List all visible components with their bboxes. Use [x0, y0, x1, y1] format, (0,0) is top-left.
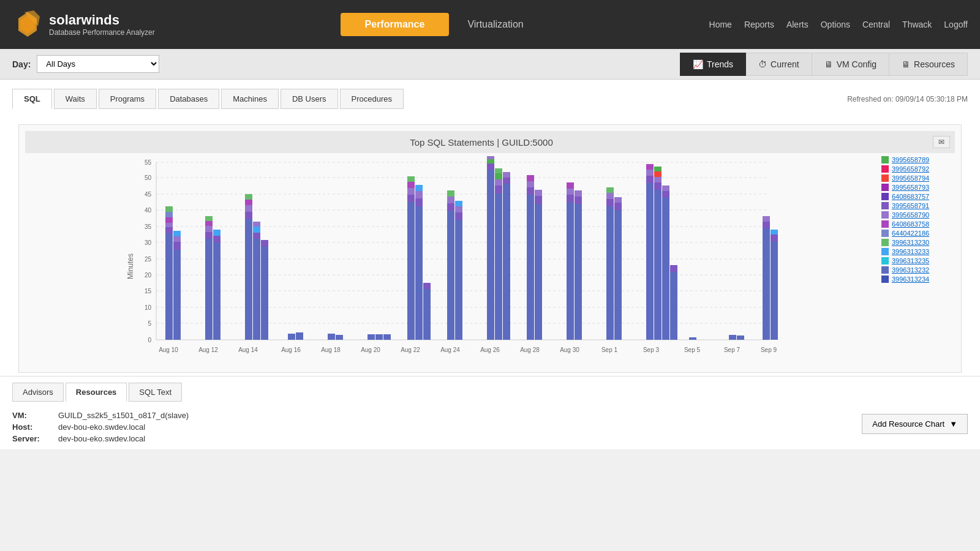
tab-databases[interactable]: Databases: [158, 89, 219, 109]
tab-sql[interactable]: SQL: [12, 89, 52, 109]
legend-item-2[interactable]: 3995658794: [881, 174, 955, 182]
content-area: SQL Waits Programs Databases Machines DB…: [0, 80, 980, 121]
view-tab-current[interactable]: ⏱ Current: [746, 53, 812, 76]
svg-rect-102: [535, 190, 542, 196]
svg-rect-137: [771, 241, 778, 340]
svg-rect-83: [455, 201, 462, 206]
legend-item-9[interactable]: 3996313230: [881, 239, 955, 246]
svg-text:45: 45: [145, 191, 152, 198]
logo-text: solarwinds Database Performance Analyzer: [49, 12, 155, 37]
svg-rect-97: [527, 187, 534, 195]
svg-rect-107: [575, 204, 582, 340]
svg-rect-73: [415, 185, 423, 191]
nav-performance-button[interactable]: Performance: [341, 13, 450, 36]
svg-rect-71: [415, 198, 423, 206]
bottom-tab-resources[interactable]: Resources: [66, 383, 127, 402]
bottom-tab-sqltext[interactable]: SQL Text: [129, 383, 182, 402]
view-tab-resources[interactable]: 🖥 Resources: [889, 53, 968, 76]
svg-rect-86: [487, 159, 494, 163]
legend-label-7: 6408683758: [892, 220, 929, 228]
host-row: Host: dev-bou-eko.swdev.local: [12, 422, 862, 432]
legend-item-3[interactable]: 3995658793: [881, 184, 955, 191]
svg-text:Minutes: Minutes: [126, 253, 135, 279]
legend-item-12[interactable]: 3996313232: [881, 266, 955, 274]
tab-programs[interactable]: Programs: [99, 89, 156, 109]
email-icon[interactable]: ✉: [933, 136, 950, 148]
legend-item-5[interactable]: 3995658791: [881, 202, 955, 209]
day-label: Day:: [12, 59, 31, 69]
nav-virtualization-button[interactable]: Virtualization: [467, 13, 523, 36]
chart-title-text: Top SQL Statements | GUILD:5000: [30, 137, 933, 148]
legend-item-4[interactable]: 6408683757: [881, 193, 955, 200]
info-grid: VM: GUILD_ss2k5_s1501_o817_d(slave) Host…: [12, 411, 862, 443]
svg-rect-51: [245, 194, 252, 200]
bottom-tab-advisors[interactable]: Advisors: [12, 383, 64, 402]
current-label: Current: [771, 59, 799, 69]
svg-rect-99: [527, 175, 534, 181]
svg-rect-44: [213, 242, 221, 340]
svg-rect-94: [503, 178, 510, 184]
nav-thwack-link[interactable]: Thwack: [902, 20, 932, 29]
view-tabs: 📈 Trends ⏱ Current 🖥 VM Config 🖥 Resourc…: [680, 53, 968, 76]
svg-text:Aug 24: Aug 24: [440, 347, 460, 353]
tab-dbusers[interactable]: DB Users: [281, 89, 338, 109]
add-resource-chart-button[interactable]: Add Resource Chart ▼: [862, 414, 968, 434]
svg-rect-64: [383, 334, 391, 340]
legend-label-9: 3996313230: [892, 239, 929, 246]
legend-item-11[interactable]: 3996313235: [881, 257, 955, 264]
svg-rect-90: [495, 179, 502, 186]
svg-rect-81: [455, 212, 462, 220]
svg-rect-59: [296, 332, 303, 340]
svg-rect-93: [503, 184, 510, 340]
resources-label: Resources: [914, 59, 955, 69]
svg-rect-85: [487, 163, 494, 170]
chart-svg-area: Minutes 5 10 15 20 25: [25, 156, 875, 366]
svg-rect-46: [213, 230, 221, 236]
nav-home-link[interactable]: Home: [709, 20, 732, 29]
svg-rect-79: [447, 190, 454, 197]
tab-procedures[interactable]: Procedures: [340, 89, 404, 109]
tab-waits[interactable]: Waits: [54, 89, 97, 109]
refreshed-label: Refreshed on: 09/09/14 05:30:18 PM: [847, 95, 968, 103]
legend-label-11: 3996313235: [892, 257, 929, 264]
svg-rect-49: [245, 205, 252, 212]
svg-rect-87: [487, 156, 494, 159]
brand-name: solarwinds: [49, 12, 155, 28]
chart-container: Top SQL Statements | GUILD:5000 ✉ Minute…: [18, 124, 962, 373]
legend-item-13[interactable]: 3996313234: [881, 276, 955, 283]
svg-text:Sep 7: Sep 7: [724, 347, 741, 353]
content-header: SQL Waits Programs Databases Machines DB…: [12, 89, 968, 109]
server-row: Server: dev-bou-eko.swdev.local: [12, 434, 862, 443]
legend-item-6[interactable]: 3995658790: [881, 211, 955, 219]
nav-central-link[interactable]: Central: [862, 20, 890, 29]
svg-rect-108: [575, 197, 582, 204]
svg-rect-91: [495, 173, 502, 179]
svg-rect-89: [495, 186, 502, 193]
svg-rect-104: [567, 195, 574, 202]
legend-item-10[interactable]: 3996313233: [881, 248, 955, 255]
header: solarwinds Database Performance Analyzer…: [0, 0, 980, 49]
nav-alerts-link[interactable]: Alerts: [786, 20, 809, 29]
tab-machines[interactable]: Machines: [221, 89, 279, 109]
nav-logoff-link[interactable]: Logoff: [944, 20, 968, 29]
svg-text:Aug 10: Aug 10: [159, 347, 178, 353]
svg-rect-106: [567, 182, 574, 189]
legend-item-8[interactable]: 6440422186: [881, 230, 955, 237]
nav-reports-link[interactable]: Reports: [744, 20, 774, 29]
day-select[interactable]: All Days Today Yesterday Last 7 Days: [37, 55, 159, 73]
legend-label-0: 3995658789: [892, 156, 929, 163]
legend-item-7[interactable]: 6408683758: [881, 220, 955, 228]
svg-rect-65: [407, 202, 415, 340]
view-tab-vmconfig[interactable]: 🖥 VM Config: [812, 53, 889, 76]
svg-rect-135: [763, 222, 770, 228]
nav-options-link[interactable]: Options: [821, 20, 850, 29]
svg-rect-115: [614, 203, 622, 210]
svg-text:Aug 12: Aug 12: [198, 347, 218, 353]
view-tab-trends[interactable]: 📈 Trends: [680, 53, 746, 76]
svg-rect-95: [503, 172, 510, 178]
svg-rect-41: [205, 226, 213, 232]
add-resource-chart-label: Add Resource Chart: [872, 419, 944, 429]
vmconfig-icon: 🖥: [824, 59, 833, 69]
legend-item-1[interactable]: 3995658792: [881, 165, 955, 173]
legend-item-0[interactable]: 3995658789: [881, 156, 955, 163]
